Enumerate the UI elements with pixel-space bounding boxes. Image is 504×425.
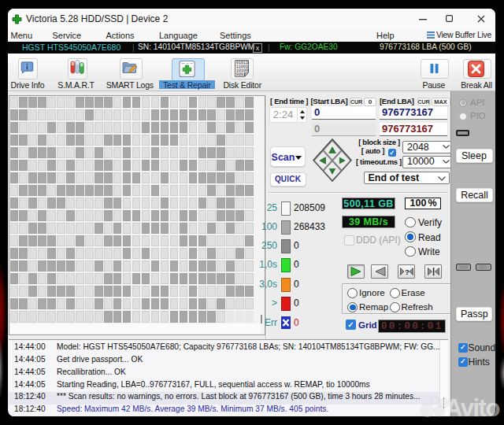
svg-text:0001: 0001 bbox=[236, 72, 246, 77]
svg-text:?: ? bbox=[405, 268, 410, 276]
